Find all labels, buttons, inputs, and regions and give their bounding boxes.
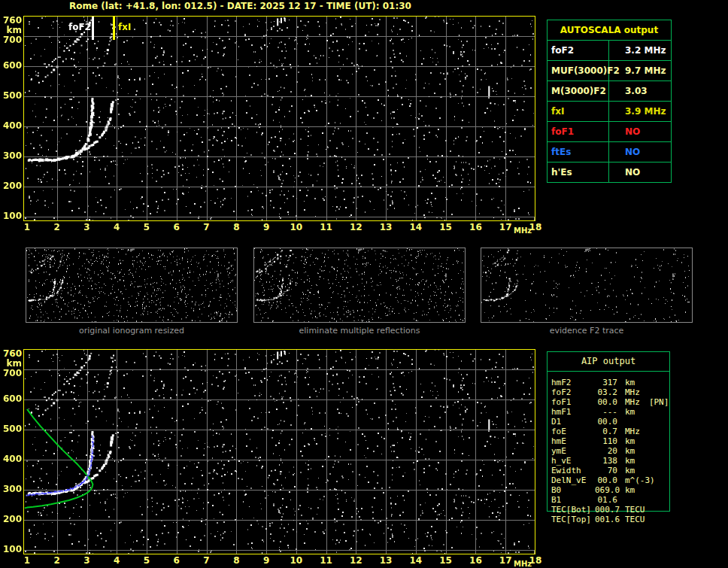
aip-row-tecbot: TEC[Bot]000.7TECU (547, 505, 682, 515)
x-tick-9: 9 (256, 556, 276, 566)
y-tick-200: 200 (0, 515, 22, 524)
x-tick-1: 1 (17, 556, 37, 566)
aip-row-extra: [PN] (649, 397, 669, 407)
aip-row-yme: ymE20km (547, 446, 682, 456)
aip-row-label: B0 (547, 485, 595, 495)
aip-row-b0: B0069.0km (547, 485, 682, 495)
aip-row-value: 000.7 (595, 505, 617, 515)
y-tick-300: 300 (0, 151, 22, 161)
x-tick-8: 8 (226, 556, 246, 566)
autoscala-row-m3000f2: M(3000)F23.03 (548, 81, 671, 102)
aip-row-label: TEC[Top] (547, 515, 595, 524)
aip-row-unit: km (625, 446, 635, 456)
x-tick-1: 1 (17, 223, 37, 232)
autoscala-row-fof1: foF1NO (548, 122, 671, 142)
autoscala-row-fxi: fxI3.9 MHz (548, 102, 671, 122)
x-tick-10: 10 (287, 556, 306, 566)
x-tick-13: 13 (376, 556, 396, 566)
foF2-marker-label: foF2 (66, 23, 91, 32)
thumbnail-caption-original: original ionogram resized (26, 326, 238, 336)
aip-row-b1: B101.6 (547, 495, 682, 505)
autoscala-table-rows: foF23.2 MHzMUF(3000)F29.7 MHzM(3000)F23.… (548, 41, 671, 182)
bottom-ionogram-canvas (24, 350, 535, 554)
y-tick-600: 600 (0, 394, 22, 404)
aip-row-label: foE (547, 427, 595, 436)
aip-rows: hmF2317kmfoF203.2MHzfoF100.0MHz[PN]hmF1-… (547, 378, 682, 524)
y-tick-600: 600 (0, 61, 22, 71)
aip-row-value: 138 (595, 456, 617, 466)
aip-row-hmf2: hmF2317km (547, 378, 682, 387)
x-tick-14: 14 (406, 223, 426, 232)
autoscala-row-value: 9.7 MHz (609, 61, 666, 80)
aip-row-value: 0.7 (595, 427, 617, 436)
aip-row-label: B1 (547, 495, 595, 505)
fxI-marker-label: fxI (118, 23, 131, 32)
aip-panel-title: AIP output (548, 352, 669, 372)
x-tick-9: 9 (256, 223, 276, 232)
thumbnail-eliminate-reflections (253, 248, 466, 323)
y-tick-700: 700 (0, 35, 22, 45)
autoscala-row-value: 3.9 MHz (609, 102, 666, 121)
aip-row-unit: MHz (625, 427, 640, 436)
x-tick-6: 6 (167, 556, 187, 566)
thumbnail-caption-f2trace: evidence F2 trace (481, 326, 693, 336)
x-axis-unit-mhz: MHz (514, 560, 532, 568)
aip-row-value: 20 (595, 446, 617, 456)
aip-row-hve: h_vE138km (547, 456, 682, 466)
x-tick-4: 4 (107, 556, 126, 566)
x-tick-11: 11 (317, 556, 336, 566)
thumbnail-f2-canvas (481, 248, 692, 322)
autoscala-row-label: M(3000)F2 (548, 81, 609, 101)
aip-row-unit: km (625, 456, 635, 466)
aip-row-fof1: foF100.0MHz[PN] (547, 397, 682, 407)
aip-row-value: 001.6 (595, 515, 617, 524)
aip-row-ewidth: Ewidth70km (547, 466, 682, 475)
x-tick-15: 15 (436, 223, 456, 232)
aip-row-value: 70 (595, 466, 617, 475)
y-tick-200: 200 (0, 181, 22, 191)
aip-row-unit: m^(-3) (625, 475, 655, 485)
x-tick-5: 5 (137, 223, 156, 232)
aip-row-unit: TECU (625, 505, 645, 515)
aip-row-label: hmE (547, 436, 595, 446)
x-tick-14: 14 (406, 556, 426, 566)
aip-row-unit: TECU (625, 515, 645, 524)
y-tick-500: 500 (0, 91, 22, 101)
aip-row-hme: hmE110km (547, 436, 682, 446)
aip-row-foe: foE0.7MHz (547, 427, 682, 436)
y-tick-400: 400 (0, 121, 22, 131)
x-tick-11: 11 (317, 223, 336, 232)
autoscala-app-window: Rome (lat: +41.8, lon: 012.5) - DATE: 20… (0, 0, 728, 568)
x-tick-12: 12 (346, 223, 366, 232)
bottom-ionogram-plot (23, 349, 535, 554)
autoscala-row-label: h'Es (548, 163, 609, 182)
aip-row-value: 03.2 (595, 387, 617, 397)
x-tick-17: 17 (496, 223, 515, 232)
autoscala-row-fof2: foF23.2 MHz (548, 41, 671, 61)
x-tick-4: 4 (107, 223, 126, 232)
aip-row-label: DelN_vE (547, 475, 595, 485)
thumbnail-original-ionogram (26, 248, 238, 323)
y-tick-500: 500 (0, 424, 22, 434)
x-tick-5: 5 (137, 556, 156, 566)
aip-row-value: 110 (595, 436, 617, 446)
autoscala-output-table: AUTOSCALA output foF23.2 MHzMUF(3000)F29… (547, 20, 672, 183)
y-tick-100: 100 (0, 211, 22, 221)
x-tick-8: 8 (226, 223, 246, 232)
y-tick-100: 100 (0, 545, 22, 554)
x-axis-unit-mhz: MHz (514, 226, 532, 235)
x-tick-3: 3 (77, 556, 97, 566)
x-tick-2: 2 (47, 223, 67, 232)
autoscala-row-label: MUF(3000)F2 (548, 61, 609, 80)
aip-row-label: hmF1 (547, 407, 595, 417)
aip-row-value: 069.0 (595, 485, 617, 495)
aip-row-unit: km (625, 436, 635, 446)
aip-row-tectop: TEC[Top]001.6TECU (547, 515, 682, 524)
aip-row-fof2: foF203.2MHz (547, 387, 682, 397)
autoscala-row-ftes: ftEsNO (548, 142, 671, 163)
aip-row-unit: km (625, 466, 635, 475)
aip-row-unit: MHz (625, 387, 640, 397)
top-ionogram-plot (23, 16, 535, 221)
y-tick-400: 400 (0, 454, 22, 464)
autoscala-row-value: 3.03 (609, 81, 648, 101)
